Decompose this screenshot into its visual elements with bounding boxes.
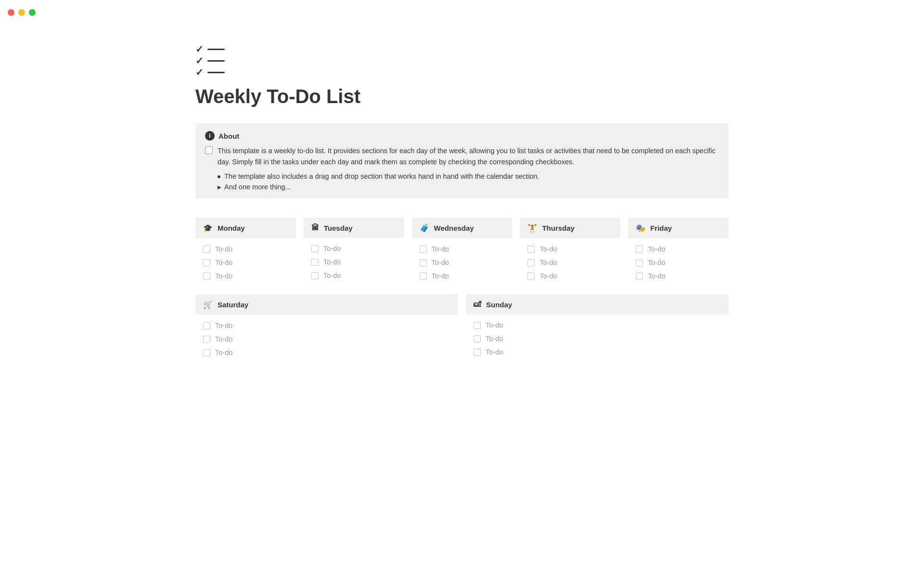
traffic-light-close[interactable] [8,9,14,16]
about-toggle[interactable]: ▶ And one more thing... [205,183,719,191]
day-card-thursday: 🏋ThursdayTo-doTo-doTo-do [520,218,620,287]
about-bullet-text: The template also includes a drag and dr… [224,172,539,180]
task-checkbox[interactable] [311,259,319,266]
task-row: To-do [412,256,513,269]
task-checkbox[interactable] [527,259,535,266]
traffic-light-minimize[interactable] [18,9,25,16]
day-tasks-sunday: To-doTo-doTo-do [466,315,729,363]
task-checkbox[interactable] [203,259,210,266]
task-checkbox[interactable] [420,246,427,253]
task-checkbox[interactable] [311,245,319,252]
task-checkbox[interactable] [474,335,481,342]
checkmark-2: ✓ [195,56,204,66]
task-checkbox[interactable] [311,272,319,279]
day-tasks-monday: To-doTo-doTo-do [195,238,296,287]
task-row: To-do [195,332,458,346]
task-label: To-do [432,259,449,266]
day-icon-wednesday: 🧳 [420,223,429,233]
task-label: To-do [486,348,503,356]
task-row: To-do [520,242,620,256]
icon-line-1 [207,49,225,50]
task-row: To-do [520,256,620,269]
page-icon: ✓ ✓ ✓ [195,44,729,77]
task-label: To-do [539,259,557,266]
task-row: To-do [412,269,513,283]
about-toggle-text: And one more thing... [224,183,291,191]
task-checkbox[interactable] [527,273,535,280]
task-checkbox[interactable] [203,246,210,253]
about-checkbox-row: This template is a weekly to-do list. It… [205,145,719,168]
task-label: To-do [215,259,232,266]
task-row: To-do [520,269,620,283]
task-label: To-do [539,245,557,253]
traffic-light-maximize[interactable] [29,9,36,16]
about-header: i About [205,131,719,141]
day-tasks-friday: To-doTo-doTo-do [628,238,729,287]
titlebar [0,0,924,25]
day-name-monday: Monday [218,224,245,232]
day-header-sunday: 🛋Sunday [466,294,729,315]
task-checkbox[interactable] [420,273,427,280]
toggle-arrow-icon: ▶ [218,184,221,190]
task-row: To-do [412,242,513,256]
task-checkbox[interactable] [203,336,210,343]
task-row: To-do [466,345,729,359]
day-card-monday: 🎓MondayTo-doTo-doTo-do [195,218,296,287]
task-label: To-do [432,245,449,253]
day-tasks-tuesday: To-doTo-doTo-do [304,238,404,286]
task-label: To-do [486,321,503,329]
task-row: To-do [628,269,729,283]
task-checkbox[interactable] [474,349,481,356]
task-label: To-do [432,272,449,280]
about-description: This template is a weekly to-do list. It… [218,145,719,168]
day-icon-thursday: 🏋 [527,223,537,233]
about-title: About [218,132,239,140]
task-checkbox[interactable] [474,322,481,329]
task-row: To-do [195,346,458,359]
task-checkbox[interactable] [203,349,210,356]
task-label: To-do [215,349,232,356]
task-checkbox[interactable] [203,322,210,329]
icon-line-2 [207,60,225,62]
day-header-thursday: 🏋Thursday [520,218,620,238]
day-name-tuesday: Tuesday [324,224,353,232]
day-card-friday: 🎭FridayTo-doTo-doTo-do [628,218,729,287]
task-row: To-do [628,256,729,269]
task-label: To-do [323,258,341,266]
task-row: To-do [466,332,729,345]
day-icon-sunday: 🛋 [474,300,481,309]
task-label: To-do [648,259,665,266]
day-header-saturday: 🛒Saturday [195,294,458,315]
checkmark-3: ✓ [195,67,204,77]
about-checkbox[interactable] [205,146,213,154]
task-checkbox[interactable] [203,273,210,280]
day-icon-monday: 🎓 [203,223,213,233]
about-callout: i About This template is a weekly to-do … [195,123,729,198]
task-checkbox[interactable] [527,246,535,253]
day-card-saturday: 🛒SaturdayTo-doTo-doTo-do [195,294,458,363]
task-row: To-do [304,242,404,255]
day-name-thursday: Thursday [542,224,575,232]
task-checkbox[interactable] [636,259,643,266]
day-name-sunday: Sunday [486,301,512,309]
task-checkbox[interactable] [636,273,643,280]
day-tasks-saturday: To-doTo-doTo-do [195,315,458,363]
checkmark-1: ✓ [195,44,204,54]
day-icon-tuesday: 🏛 [311,223,319,232]
page: ✓ ✓ ✓ Weekly To-Do List i About This tem… [149,25,775,402]
day-header-wednesday: 🧳Wednesday [412,218,513,238]
info-icon: i [205,131,215,141]
task-label: To-do [648,272,665,280]
task-row: To-do [304,255,404,269]
task-label: To-do [215,322,232,329]
about-bullet: The template also includes a drag and dr… [205,172,719,180]
task-label: To-do [648,245,665,253]
day-header-monday: 🎓Monday [195,218,296,238]
task-checkbox[interactable] [420,259,427,266]
day-icon-friday: 🎭 [636,223,645,233]
day-card-wednesday: 🧳WednesdayTo-doTo-doTo-do [412,218,513,287]
days-grid-bottom: 🛒SaturdayTo-doTo-doTo-do🛋SundayTo-doTo-d… [195,294,729,363]
task-checkbox[interactable] [636,246,643,253]
day-name-friday: Friday [650,224,672,232]
page-title: Weekly To-Do List [195,85,729,108]
